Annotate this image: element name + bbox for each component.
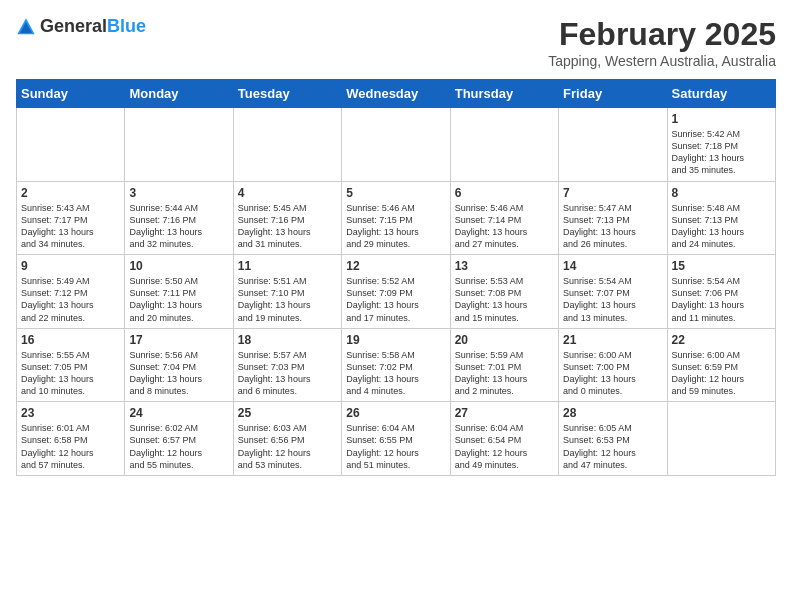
day-number: 14 xyxy=(563,259,662,273)
calendar-cell: 12Sunrise: 5:52 AM Sunset: 7:09 PM Dayli… xyxy=(342,255,450,329)
day-info: Sunrise: 5:58 AM Sunset: 7:02 PM Dayligh… xyxy=(346,349,445,398)
calendar-week-row: 2Sunrise: 5:43 AM Sunset: 7:17 PM Daylig… xyxy=(17,181,776,255)
day-number: 25 xyxy=(238,406,337,420)
subtitle: Tapping, Western Australia, Australia xyxy=(548,53,776,69)
weekday-row: SundayMondayTuesdayWednesdayThursdayFrid… xyxy=(17,80,776,108)
day-number: 19 xyxy=(346,333,445,347)
day-number: 6 xyxy=(455,186,554,200)
calendar-cell xyxy=(17,108,125,182)
day-number: 8 xyxy=(672,186,771,200)
day-info: Sunrise: 5:48 AM Sunset: 7:13 PM Dayligh… xyxy=(672,202,771,251)
calendar-cell xyxy=(450,108,558,182)
day-number: 26 xyxy=(346,406,445,420)
calendar-cell: 6Sunrise: 5:46 AM Sunset: 7:14 PM Daylig… xyxy=(450,181,558,255)
day-number: 15 xyxy=(672,259,771,273)
calendar-cell: 9Sunrise: 5:49 AM Sunset: 7:12 PM Daylig… xyxy=(17,255,125,329)
day-info: Sunrise: 5:46 AM Sunset: 7:14 PM Dayligh… xyxy=(455,202,554,251)
day-info: Sunrise: 5:43 AM Sunset: 7:17 PM Dayligh… xyxy=(21,202,120,251)
day-number: 7 xyxy=(563,186,662,200)
weekday-header: Friday xyxy=(559,80,667,108)
day-info: Sunrise: 5:56 AM Sunset: 7:04 PM Dayligh… xyxy=(129,349,228,398)
day-info: Sunrise: 5:54 AM Sunset: 7:06 PM Dayligh… xyxy=(672,275,771,324)
calendar-cell: 21Sunrise: 6:00 AM Sunset: 7:00 PM Dayli… xyxy=(559,328,667,402)
day-info: Sunrise: 5:45 AM Sunset: 7:16 PM Dayligh… xyxy=(238,202,337,251)
calendar-cell: 13Sunrise: 5:53 AM Sunset: 7:08 PM Dayli… xyxy=(450,255,558,329)
calendar-week-row: 1Sunrise: 5:42 AM Sunset: 7:18 PM Daylig… xyxy=(17,108,776,182)
day-number: 11 xyxy=(238,259,337,273)
calendar-cell: 5Sunrise: 5:46 AM Sunset: 7:15 PM Daylig… xyxy=(342,181,450,255)
calendar-cell: 28Sunrise: 6:05 AM Sunset: 6:53 PM Dayli… xyxy=(559,402,667,476)
calendar-cell: 22Sunrise: 6:00 AM Sunset: 6:59 PM Dayli… xyxy=(667,328,775,402)
day-info: Sunrise: 5:42 AM Sunset: 7:18 PM Dayligh… xyxy=(672,128,771,177)
day-number: 13 xyxy=(455,259,554,273)
day-info: Sunrise: 6:04 AM Sunset: 6:55 PM Dayligh… xyxy=(346,422,445,471)
day-info: Sunrise: 6:03 AM Sunset: 6:56 PM Dayligh… xyxy=(238,422,337,471)
calendar-cell: 2Sunrise: 5:43 AM Sunset: 7:17 PM Daylig… xyxy=(17,181,125,255)
logo-blue: Blue xyxy=(107,16,146,36)
calendar-cell: 10Sunrise: 5:50 AM Sunset: 7:11 PM Dayli… xyxy=(125,255,233,329)
day-number: 23 xyxy=(21,406,120,420)
calendar-cell: 16Sunrise: 5:55 AM Sunset: 7:05 PM Dayli… xyxy=(17,328,125,402)
calendar-week-row: 16Sunrise: 5:55 AM Sunset: 7:05 PM Dayli… xyxy=(17,328,776,402)
day-number: 3 xyxy=(129,186,228,200)
calendar-header: SundayMondayTuesdayWednesdayThursdayFrid… xyxy=(17,80,776,108)
day-number: 2 xyxy=(21,186,120,200)
calendar-cell: 1Sunrise: 5:42 AM Sunset: 7:18 PM Daylig… xyxy=(667,108,775,182)
calendar-week-row: 9Sunrise: 5:49 AM Sunset: 7:12 PM Daylig… xyxy=(17,255,776,329)
day-info: Sunrise: 5:46 AM Sunset: 7:15 PM Dayligh… xyxy=(346,202,445,251)
weekday-header: Sunday xyxy=(17,80,125,108)
day-number: 10 xyxy=(129,259,228,273)
weekday-header: Tuesday xyxy=(233,80,341,108)
calendar-cell: 18Sunrise: 5:57 AM Sunset: 7:03 PM Dayli… xyxy=(233,328,341,402)
logo: GeneralBlue xyxy=(16,16,146,37)
calendar-cell xyxy=(342,108,450,182)
calendar-cell: 20Sunrise: 5:59 AM Sunset: 7:01 PM Dayli… xyxy=(450,328,558,402)
calendar-body: 1Sunrise: 5:42 AM Sunset: 7:18 PM Daylig… xyxy=(17,108,776,476)
day-number: 20 xyxy=(455,333,554,347)
day-number: 16 xyxy=(21,333,120,347)
calendar-cell: 24Sunrise: 6:02 AM Sunset: 6:57 PM Dayli… xyxy=(125,402,233,476)
calendar: SundayMondayTuesdayWednesdayThursdayFrid… xyxy=(16,79,776,476)
weekday-header: Thursday xyxy=(450,80,558,108)
calendar-cell: 7Sunrise: 5:47 AM Sunset: 7:13 PM Daylig… xyxy=(559,181,667,255)
day-info: Sunrise: 6:01 AM Sunset: 6:58 PM Dayligh… xyxy=(21,422,120,471)
weekday-header: Saturday xyxy=(667,80,775,108)
title-area: February 2025 Tapping, Western Australia… xyxy=(548,16,776,69)
day-number: 5 xyxy=(346,186,445,200)
day-info: Sunrise: 5:52 AM Sunset: 7:09 PM Dayligh… xyxy=(346,275,445,324)
day-number: 9 xyxy=(21,259,120,273)
calendar-cell: 11Sunrise: 5:51 AM Sunset: 7:10 PM Dayli… xyxy=(233,255,341,329)
weekday-header: Monday xyxy=(125,80,233,108)
day-info: Sunrise: 5:59 AM Sunset: 7:01 PM Dayligh… xyxy=(455,349,554,398)
calendar-cell: 23Sunrise: 6:01 AM Sunset: 6:58 PM Dayli… xyxy=(17,402,125,476)
calendar-cell: 3Sunrise: 5:44 AM Sunset: 7:16 PM Daylig… xyxy=(125,181,233,255)
day-number: 22 xyxy=(672,333,771,347)
calendar-cell: 14Sunrise: 5:54 AM Sunset: 7:07 PM Dayli… xyxy=(559,255,667,329)
logo-general: General xyxy=(40,16,107,36)
day-info: Sunrise: 5:44 AM Sunset: 7:16 PM Dayligh… xyxy=(129,202,228,251)
day-info: Sunrise: 5:51 AM Sunset: 7:10 PM Dayligh… xyxy=(238,275,337,324)
day-info: Sunrise: 6:02 AM Sunset: 6:57 PM Dayligh… xyxy=(129,422,228,471)
day-number: 12 xyxy=(346,259,445,273)
calendar-cell: 26Sunrise: 6:04 AM Sunset: 6:55 PM Dayli… xyxy=(342,402,450,476)
day-info: Sunrise: 5:47 AM Sunset: 7:13 PM Dayligh… xyxy=(563,202,662,251)
day-number: 18 xyxy=(238,333,337,347)
day-number: 21 xyxy=(563,333,662,347)
main-title: February 2025 xyxy=(548,16,776,53)
day-info: Sunrise: 6:00 AM Sunset: 7:00 PM Dayligh… xyxy=(563,349,662,398)
calendar-cell: 8Sunrise: 5:48 AM Sunset: 7:13 PM Daylig… xyxy=(667,181,775,255)
day-info: Sunrise: 5:57 AM Sunset: 7:03 PM Dayligh… xyxy=(238,349,337,398)
calendar-cell xyxy=(559,108,667,182)
calendar-cell: 17Sunrise: 5:56 AM Sunset: 7:04 PM Dayli… xyxy=(125,328,233,402)
header: GeneralBlue February 2025 Tapping, Weste… xyxy=(16,16,776,69)
day-number: 4 xyxy=(238,186,337,200)
day-info: Sunrise: 5:55 AM Sunset: 7:05 PM Dayligh… xyxy=(21,349,120,398)
calendar-cell: 27Sunrise: 6:04 AM Sunset: 6:54 PM Dayli… xyxy=(450,402,558,476)
day-number: 17 xyxy=(129,333,228,347)
day-number: 28 xyxy=(563,406,662,420)
calendar-cell: 19Sunrise: 5:58 AM Sunset: 7:02 PM Dayli… xyxy=(342,328,450,402)
day-number: 27 xyxy=(455,406,554,420)
day-info: Sunrise: 5:50 AM Sunset: 7:11 PM Dayligh… xyxy=(129,275,228,324)
calendar-cell: 15Sunrise: 5:54 AM Sunset: 7:06 PM Dayli… xyxy=(667,255,775,329)
calendar-cell xyxy=(125,108,233,182)
